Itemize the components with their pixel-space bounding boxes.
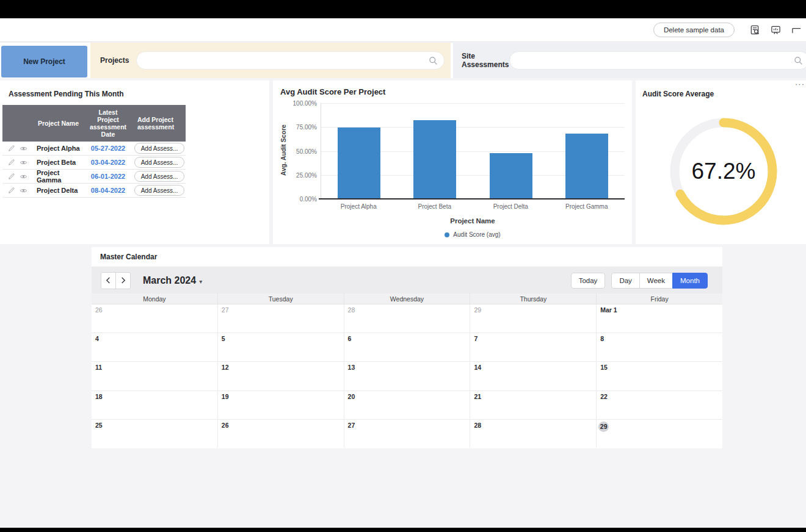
assessment-date-link[interactable]: 08-04-2022 <box>91 187 125 194</box>
y-tick-label: 0.00% <box>288 196 317 203</box>
add-assessment-button[interactable]: Add Assess... <box>134 157 184 168</box>
projects-search-input[interactable] <box>145 52 426 69</box>
calendar-day-cell[interactable]: 7 <box>470 333 597 361</box>
calendar-title: Master Calendar <box>100 253 157 261</box>
calendar-day-cell[interactable]: 20 <box>344 391 471 419</box>
calendar-day-cell[interactable]: 26 <box>218 420 344 448</box>
calendar-day-cell[interactable]: 14 <box>470 362 597 390</box>
calendar-week-row: 1819202122 <box>92 391 722 420</box>
calendar-day-cell[interactable]: 25 <box>92 420 218 448</box>
calendar-day-cell[interactable]: 29 <box>597 420 722 448</box>
chart-title: Avg Audit Score Per Project <box>280 87 385 96</box>
card-overflow-menu-icon[interactable]: ··· <box>795 81 805 87</box>
filter-row: New Project Projects Site Assessments <box>0 43 806 78</box>
bar-project-beta[interactable] <box>413 120 456 199</box>
calendar-grid: 26272829Mar 1456781112131415181920212225… <box>92 304 722 448</box>
next-month-button[interactable] <box>115 272 131 289</box>
calendar-day-cell[interactable]: Mar 1 <box>597 304 722 332</box>
project-name: Project Gamma <box>37 169 83 184</box>
edit-icon[interactable] <box>8 173 15 180</box>
y-tick-label: 50.00% <box>288 148 317 154</box>
chart-plot-area <box>321 103 625 199</box>
view-icon[interactable] <box>20 145 27 153</box>
project-name: Project Alpha <box>37 145 83 152</box>
y-tick-label: 100.00% <box>288 100 317 107</box>
table-row: Project Beta03-04-2022Add Assess... <box>2 156 186 170</box>
month-label-text: March 2024 <box>143 275 196 286</box>
assessment-date-link[interactable]: 06-01-2022 <box>91 173 125 180</box>
site-assessments-label: Site Assessments <box>462 52 504 70</box>
assessment-pending-card: Assessment Pending This Month Project Na… <box>0 81 269 244</box>
bar-project-gamma[interactable] <box>565 134 608 199</box>
view-button-week[interactable]: Week <box>639 273 673 289</box>
bar-project-alpha[interactable] <box>338 128 380 199</box>
y-axis-title: Avg. Audit Score <box>280 117 287 184</box>
calendar-week-row: 1112131415 <box>92 362 722 390</box>
calendar-day-cell[interactable]: 28 <box>470 420 597 448</box>
calendar-day-cell[interactable]: 4 <box>92 333 218 361</box>
add-assessment-button[interactable]: Add Assess... <box>134 185 184 196</box>
x-tick-label: Project Beta <box>397 203 473 210</box>
calendar-day-cell[interactable]: 27 <box>218 304 344 332</box>
presentation-board-icon[interactable] <box>770 24 781 35</box>
calendar-day-cell[interactable]: 26 <box>92 304 218 332</box>
calendar-day-cell[interactable]: 28 <box>344 304 471 332</box>
view-button-day[interactable]: Day <box>611 273 639 289</box>
prev-month-button[interactable] <box>101 272 116 289</box>
add-assessment-button[interactable]: Add Assess... <box>134 143 184 154</box>
calendar-day-cell[interactable]: 15 <box>597 362 722 390</box>
report-search-icon[interactable] <box>749 24 760 35</box>
calendar-day-cell[interactable]: 8 <box>597 333 722 361</box>
pending-table-body: Project Alpha05-27-2022Add Assess...Proj… <box>2 142 186 198</box>
site-assessments-search-input[interactable] <box>518 52 791 69</box>
view-icon[interactable] <box>20 173 27 181</box>
calendar-day-cell[interactable]: 21 <box>470 391 597 419</box>
calendar-day-cell[interactable]: 5 <box>218 333 344 361</box>
project-name: Project Delta <box>37 187 83 194</box>
edit-icon[interactable] <box>8 187 15 194</box>
calendar-day-cell[interactable]: 29 <box>470 304 597 332</box>
row-action-icons <box>2 145 37 153</box>
new-project-button[interactable]: New Project <box>1 46 87 77</box>
table-row: Project Alpha05-27-2022Add Assess... <box>2 142 186 156</box>
top-black-bar <box>0 0 806 18</box>
edit-icon[interactable] <box>8 145 15 152</box>
projects-filter-panel: Projects <box>90 43 451 78</box>
y-axis-ticks: 100.00%75.00%50.00%25.00%0.00% <box>288 103 317 199</box>
assessment-date-link[interactable]: 05-27-2022 <box>91 145 125 152</box>
calendar-day-cell[interactable]: 13 <box>344 362 471 390</box>
delete-sample-data-button[interactable]: Delete sample data <box>653 23 735 37</box>
clipped-edge-icon[interactable] <box>791 24 802 35</box>
table-row: Project Delta08-04-2022Add Assess... <box>2 184 186 198</box>
view-button-month[interactable]: Month <box>672 273 708 289</box>
bar-project-delta[interactable] <box>490 153 532 199</box>
assessment-date-link[interactable]: 03-04-2022 <box>91 159 125 166</box>
calendar-day-cell[interactable]: 11 <box>92 362 218 390</box>
x-tick-label: Project Delta <box>473 203 549 210</box>
calendar-day-cell[interactable]: 18 <box>92 391 218 419</box>
bar-slot <box>473 103 549 199</box>
add-assessment-button[interactable]: Add Assess... <box>134 171 184 182</box>
weekday-label: Tuesday <box>218 293 344 304</box>
site-assessments-filter-panel: Site Assessments <box>453 43 806 78</box>
today-button[interactable]: Today <box>571 273 606 289</box>
projects-search <box>136 51 445 70</box>
calendar-day-cell[interactable]: 12 <box>218 362 344 390</box>
pending-assessments-table: Project NameLatest Project assessment Da… <box>2 105 186 198</box>
today-date-badge: 29 <box>598 422 609 432</box>
calendar-title-bar: Master Calendar <box>92 247 722 267</box>
x-axis-labels: Project AlphaProject BetaProject DeltaPr… <box>321 203 625 210</box>
month-selector[interactable]: March 2024▾ <box>143 275 202 286</box>
view-icon[interactable] <box>20 159 27 167</box>
chevron-down-icon: ▾ <box>199 278 202 285</box>
calendar-day-cell[interactable]: 19 <box>218 391 344 419</box>
bottom-black-bar <box>0 528 806 532</box>
calendar-day-cell[interactable]: 22 <box>597 391 722 419</box>
calendar-day-cell[interactable]: 27 <box>344 420 471 448</box>
view-icon[interactable] <box>20 187 27 195</box>
column-header: Latest Project assessment Date <box>83 105 133 142</box>
calendar-day-cell[interactable]: 6 <box>344 333 471 361</box>
site-assessments-search <box>509 51 806 70</box>
edit-icon[interactable] <box>8 159 15 166</box>
avg-audit-score-chart-card: Avg Audit Score Per Project Avg. Audit S… <box>273 81 632 244</box>
